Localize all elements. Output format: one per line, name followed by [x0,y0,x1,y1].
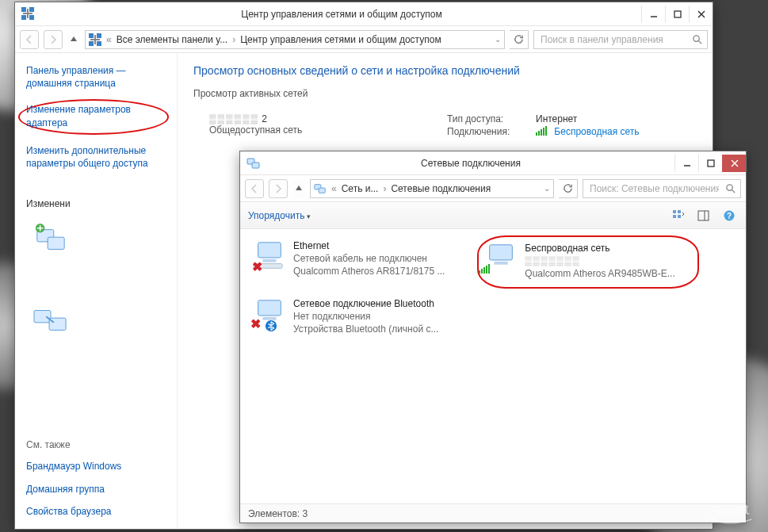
organize-menu[interactable]: Упорядочить [248,210,311,221]
svg-point-4 [693,36,699,41]
sidebar-browser-link[interactable]: Свойства браузера [26,505,166,518]
search-box[interactable] [583,179,741,198]
svg-rect-26 [698,211,709,220]
adapter-name: Ethernet [293,239,445,252]
svg-line-5 [698,40,701,44]
adapter-list[interactable]: ✖ Ethernet Сетевой кабель не подключен Q… [240,229,746,503]
breadcrumb-item[interactable]: Сетевые подключения [391,183,491,194]
sidebar-firewall-link[interactable]: Брандмауэр Windows [26,460,166,473]
search-box[interactable] [533,30,708,49]
minimize-button[interactable] [641,6,665,23]
maximize-button[interactable] [698,155,722,172]
refresh-button[interactable] [510,30,529,49]
active-network-row: ▒▒▒▒▒▒ 2 Общедоступная сеть Тип доступа:… [193,113,697,139]
nav-back-button[interactable] [245,179,264,198]
svg-rect-33 [490,245,513,260]
adapter-status: Сетевой кабель не подключен [293,252,445,265]
sidebar-change-adapter-link[interactable]: Изменение параметров адаптера [26,103,161,128]
sidebar: Панель управления — домашняя страница Из… [15,53,178,529]
svg-rect-19 [319,188,325,193]
dropdown-icon[interactable]: ⌄ [544,184,550,193]
breadcrumb-expand-icon[interactable]: « [330,183,338,194]
svg-rect-10 [49,318,66,330]
network-connections-icon [246,156,261,170]
breadcrumb-icon [314,182,327,195]
adapter-item-bluetooth[interactable]: ✖ Сетевое подключение Bluetooth Нет подк… [246,293,468,340]
svg-rect-1 [674,11,681,17]
sidebar-home-link[interactable]: Панель управления — домашняя страница [26,64,166,90]
access-type-label: Тип доступа: [447,113,526,124]
disconnected-icon: ✖ [249,318,262,331]
adapter-icon: ✖ [252,297,287,329]
new-connection-icon[interactable] [32,224,69,257]
svg-rect-7 [48,237,64,249]
sidebar-change-sharing-link[interactable]: Изменить дополнительные параметры общего… [26,144,166,170]
close-button[interactable] [722,155,746,172]
minimize-button[interactable] [674,155,698,172]
address-bar[interactable]: « Сеть и... › Сетевые подключения ⌄ [310,179,554,198]
nav-up-button[interactable] [292,179,305,198]
connections-label: Подключения: [447,126,526,137]
breadcrumb-item[interactable]: Центр управления сетями и общим доступом [240,34,441,45]
svg-rect-30 [258,243,281,258]
svg-rect-23 [678,210,681,213]
network-connections-window: Сетевые подключения « Сеть и... › Сетевы… [239,151,747,523]
preview-pane-button[interactable] [695,207,713,224]
dropdown-icon[interactable]: ⌄ [495,35,501,44]
chevron-right-icon: › [381,183,388,194]
adapter-status: Нет подключения [293,310,438,323]
svg-rect-24 [673,215,676,218]
svg-rect-15 [708,160,714,166]
svg-rect-13 [252,163,259,168]
access-type-value: Интернет [536,113,577,124]
address-bar[interactable]: « Все элементы панели у... › Центр управ… [85,30,505,49]
signal-bars-icon [536,126,547,136]
connection-link[interactable]: Беспроводная сеть [554,126,639,137]
network-name-blurred: ▒▒▒▒▒▒ [209,113,259,124]
search-input[interactable] [588,182,720,195]
nav-bar: « Все элементы панели у... › Центр управ… [15,26,713,53]
search-input[interactable] [539,33,687,46]
nav-back-button[interactable] [20,30,39,49]
disconnected-icon: ✖ [250,260,263,273]
breadcrumb-icon [89,33,101,46]
view-options-button[interactable] [670,207,687,224]
titlebar[interactable]: Сетевые подключения [240,151,746,175]
breadcrumb-item[interactable]: Все элементы панели у... [117,34,227,45]
nav-bar: « Сеть и... › Сетевые подключения ⌄ [240,175,746,202]
help-button[interactable]: ? [720,207,738,224]
close-button[interactable] [689,6,713,23]
breadcrumb-item[interactable]: Сеть и... [342,183,379,194]
adapter-device: Qualcomm Atheros AR8171/8175 ... [293,265,445,277]
item-count: Элементов: 3 [248,508,308,519]
svg-rect-9 [34,311,51,323]
window-title: Сетевые подключения [267,158,674,169]
toolbar: Упорядочить ? [240,202,746,229]
adapter-item-ethernet[interactable]: ✖ Ethernet Сетевой кабель не подключен Q… [246,235,468,282]
nav-up-button[interactable] [67,30,80,49]
adapter-icon: ✖ [252,239,287,271]
see-also-heading: См. также [26,439,166,450]
adapter-icon [483,242,518,274]
svg-rect-34 [495,262,508,265]
breadcrumb-expand-icon[interactable]: « [105,34,113,45]
truncated-heading: Изменени [26,198,166,209]
nav-forward-button[interactable] [269,179,288,198]
search-icon [725,183,736,193]
refresh-button[interactable] [559,179,578,198]
bluetooth-icon [265,320,277,332]
chevron-right-icon: › [231,34,237,45]
status-bar: Элементов: 3 [240,503,746,522]
maximize-button[interactable] [665,6,689,23]
signal-bars-icon [480,262,493,275]
highlight-annotation: Изменение параметров адаптера [18,99,169,134]
sidebar-homegroup-link[interactable]: Домашняя группа [26,483,166,496]
network-center-icon [21,7,36,21]
search-icon [692,34,702,44]
adapter-name: Беспроводная сеть [525,242,674,255]
adapter-item-wireless[interactable]: Беспроводная сеть ▒▒▒▒▒▒▒ Qualcomm Ather… [477,235,699,289]
titlebar[interactable]: Центр управления сетями и общим доступом [15,2,713,26]
adapter-device: Устройства Bluetooth (личной с... [293,323,438,335]
troubleshoot-icon[interactable] [32,303,69,336]
nav-forward-button[interactable] [44,30,63,49]
